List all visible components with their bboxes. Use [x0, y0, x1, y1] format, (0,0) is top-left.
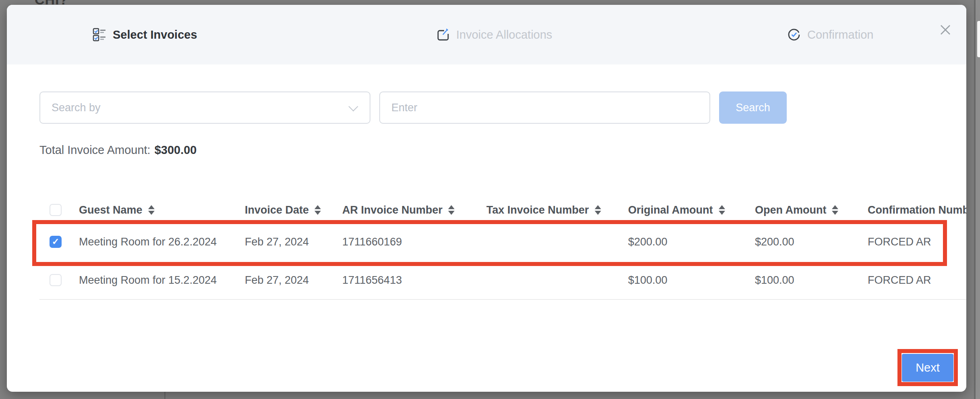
- cell-open-amount: $200.00: [755, 236, 868, 248]
- cell-invoice-date: Feb 27, 2024: [245, 236, 342, 248]
- edit-icon: [436, 28, 450, 42]
- background-right-strip: [976, 0, 980, 399]
- search-term-input[interactable]: [379, 91, 710, 124]
- checklist-icon: [93, 28, 106, 42]
- cell-confirmation-number: FORCED AR: [868, 274, 966, 287]
- step-invoice-allocations[interactable]: Invoice Allocations: [436, 5, 552, 64]
- total-label: Total Invoice Amount:: [39, 143, 151, 156]
- next-button[interactable]: Next: [902, 354, 953, 382]
- cell-open-amount: $100.00: [755, 274, 868, 287]
- sort-icon[interactable]: [148, 205, 155, 215]
- wizard-steps-header: Select Invoices Invoice Allocations Conf…: [7, 5, 966, 64]
- row-checkbox[interactable]: [50, 236, 62, 248]
- column-header-open-amount: Open Amount: [755, 204, 868, 216]
- cell-ar-invoice-number: 1711660169: [342, 236, 486, 248]
- step-label: Confirmation: [807, 28, 873, 42]
- column-header-confirmation-number: Confirmation Number: [868, 204, 966, 216]
- select-invoices-dialog: Select Invoices Invoice Allocations Conf…: [7, 5, 966, 392]
- column-header-invoice-date: Invoice Date: [245, 204, 342, 216]
- table-row[interactable]: Meeting Room for 26.2.2024 Feb 27, 2024 …: [39, 222, 966, 261]
- search-by-placeholder: Search by: [52, 102, 101, 114]
- column-header-original-amount: Original Amount: [628, 204, 755, 216]
- background-divider: [164, 391, 165, 399]
- sort-icon[interactable]: [719, 205, 725, 215]
- cell-invoice-date: Feb 27, 2024: [245, 274, 342, 287]
- cell-original-amount: $100.00: [628, 274, 755, 287]
- step-label: Select Invoices: [113, 28, 197, 42]
- table-header-row: Guest Name Invoice Date AR Invoice Numbe…: [39, 197, 966, 222]
- column-header-guest-name: Guest Name: [79, 204, 245, 216]
- cell-guest-name: Meeting Room for 15.2.2024: [79, 274, 245, 287]
- cell-ar-invoice-number: 1711656413: [342, 274, 486, 287]
- sort-icon[interactable]: [595, 205, 601, 215]
- check-circle-icon: [787, 28, 801, 42]
- invoices-table: Guest Name Invoice Date AR Invoice Numbe…: [39, 197, 966, 300]
- chevron-down-icon: [348, 102, 358, 111]
- row-checkbox[interactable]: [50, 274, 62, 286]
- table-row[interactable]: Meeting Room for 15.2.2024 Feb 27, 2024 …: [39, 261, 966, 300]
- sort-icon[interactable]: [314, 205, 321, 215]
- step-select-invoices[interactable]: Select Invoices: [93, 5, 197, 64]
- close-icon[interactable]: [935, 19, 956, 40]
- sort-icon[interactable]: [832, 205, 838, 215]
- cell-confirmation-number: FORCED AR: [868, 236, 966, 248]
- search-by-select[interactable]: Search by: [39, 91, 370, 124]
- cell-original-amount: $200.00: [628, 236, 755, 248]
- total-value: $300.00: [155, 143, 197, 156]
- cell-guest-name: Meeting Room for 26.2.2024: [79, 236, 245, 248]
- select-all-checkbox[interactable]: [50, 204, 62, 216]
- column-header-tax-invoice-number: Tax Invoice Number: [486, 204, 628, 216]
- total-invoice-amount: Total Invoice Amount:$300.00: [39, 143, 196, 157]
- step-confirmation[interactable]: Confirmation: [787, 5, 873, 64]
- step-label: Invoice Allocations: [456, 28, 552, 42]
- column-header-ar-invoice-number: AR Invoice Number: [342, 204, 486, 216]
- search-button[interactable]: Search: [719, 91, 787, 124]
- sort-icon[interactable]: [448, 205, 455, 215]
- background-right-panel-sliver: [977, 21, 980, 57]
